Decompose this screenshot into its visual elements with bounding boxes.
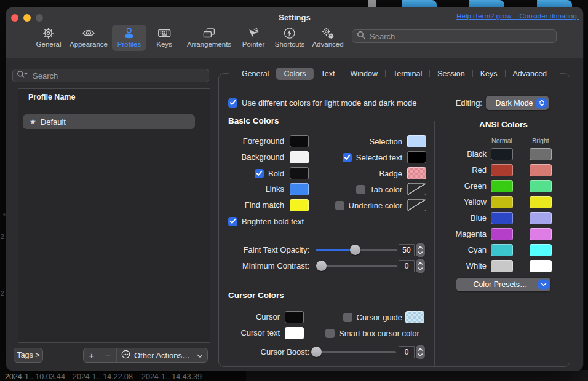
cursor-text-label: Cursor text <box>219 327 280 339</box>
underline-color-checkbox[interactable] <box>335 201 344 210</box>
ansi-green-bright-well[interactable] <box>530 180 552 192</box>
profile-name-label: Default <box>41 117 66 127</box>
add-profile-button[interactable]: + <box>84 348 100 362</box>
tab-keys[interactable]: Keys <box>473 68 505 80</box>
tab-session[interactable]: Session <box>430 68 472 80</box>
ansi-magenta-normal-well[interactable] <box>491 228 513 240</box>
profile-row-default[interactable]: ★ Default <box>23 114 195 129</box>
donate-link[interactable]: Help iTerm2 grow – Consider donating. <box>456 12 579 20</box>
tab-window[interactable]: Window <box>343 68 384 80</box>
faint-opacity-value[interactable] <box>399 244 415 256</box>
find-match-color-well[interactable] <box>290 199 309 211</box>
ansi-cyan-bright-well[interactable] <box>530 244 552 256</box>
tab-terminal[interactable]: Terminal <box>386 68 429 80</box>
ansi-red-bright-well[interactable] <box>530 164 552 176</box>
ansi-blue-bright-well[interactable] <box>530 212 552 224</box>
cursor-text-color-well[interactable] <box>285 327 304 339</box>
tab-colors[interactable]: Colors <box>276 68 313 80</box>
cursor-boost-stepper[interactable] <box>416 345 425 359</box>
separate-colors-checkbox[interactable] <box>228 98 237 108</box>
toolbar-item-keys[interactable]: Keys <box>151 25 178 51</box>
toolbar-item-profiles[interactable]: Profiles <box>112 25 146 51</box>
cursor-boost-value[interactable] <box>399 346 415 358</box>
brighten-bold-label: Brighten bold text <box>242 217 304 226</box>
bolt-circle-icon <box>283 26 296 40</box>
cursor-label: Cursor <box>219 311 280 323</box>
other-actions-button[interactable]: Other Actions… <box>117 348 207 362</box>
tab-color-row: Tab color <box>311 183 402 195</box>
smart-box-cursor-checkbox[interactable] <box>325 329 335 338</box>
cursor-guide-checkbox[interactable] <box>343 313 352 322</box>
cursor-boost-slider[interactable] <box>311 351 396 353</box>
ansi-white-normal-well[interactable] <box>491 260 513 272</box>
ansi-yellow-bright-well[interactable] <box>530 196 552 208</box>
column-divider[interactable] <box>194 92 194 103</box>
toolbar-item-pointer[interactable]: Pointer <box>237 25 270 51</box>
toolbar-item-appearance[interactable]: Appearance <box>64 25 113 51</box>
bold-row: Bold <box>219 167 284 179</box>
search-icon <box>357 31 365 42</box>
toolbar-item-label: Keys <box>156 41 172 49</box>
toolbar-item-label: General <box>36 41 62 49</box>
profile-actions-segmented-control: + − Other Actions… <box>83 348 208 363</box>
desktop-file-label: 2024-1.. 14.22.08 <box>73 372 133 381</box>
cursor-boost-slider-thumb[interactable] <box>311 347 322 357</box>
cursor-guide-color-well[interactable] <box>405 311 424 323</box>
toolbar-search-field[interactable] <box>352 29 557 43</box>
ansi-black-bright-well[interactable] <box>530 148 552 160</box>
badge-label: Badge <box>379 169 402 178</box>
profile-search-field[interactable] <box>12 69 209 82</box>
minimum-contrast-slider[interactable] <box>316 265 397 267</box>
desktop-file-label: 2024-1.. 10.03.44 <box>5 372 65 381</box>
chevron-up-down-icon <box>536 98 547 108</box>
bold-label: Bold <box>268 169 284 178</box>
windows-icon <box>202 26 217 40</box>
minimum-contrast-value[interactable] <box>399 260 415 272</box>
background-color-well[interactable] <box>290 151 309 163</box>
links-color-well[interactable] <box>290 183 309 195</box>
ansi-white-bright-well[interactable] <box>530 260 552 272</box>
ansi-black-normal-well[interactable] <box>491 148 513 160</box>
profile-list-header[interactable]: Profile Name <box>18 89 210 106</box>
eye-icon <box>81 26 96 40</box>
selected-text-checkbox[interactable] <box>343 153 352 162</box>
toolbar-item-label: Profiles <box>117 41 141 49</box>
toolbar-item-advanced[interactable]: Advanced <box>306 25 349 51</box>
faint-opacity-slider-thumb[interactable] <box>350 245 360 255</box>
selected-text-row: Selected text <box>311 151 402 163</box>
tags-button[interactable]: Tags > <box>14 348 43 363</box>
pointer-icon <box>247 26 260 40</box>
cursor-color-well[interactable] <box>285 311 304 323</box>
ansi-red-normal-well[interactable] <box>491 164 513 176</box>
remove-profile-button[interactable]: − <box>100 348 117 362</box>
ansi-magenta-bright-well[interactable] <box>530 228 552 240</box>
tab-color-checkbox[interactable] <box>356 185 365 194</box>
ansi-blue-normal-well[interactable] <box>491 212 513 224</box>
foreground-color-well[interactable] <box>290 135 309 147</box>
desktop-partial-label: 2 <box>1 290 4 297</box>
ansi-normal-header: Normal <box>491 135 513 147</box>
minimum-contrast-slider-thumb[interactable] <box>316 261 327 271</box>
color-presets-popup[interactable]: Color Presets… <box>456 278 550 291</box>
bold-checkbox[interactable] <box>255 169 264 178</box>
tab-advanced[interactable]: Advanced <box>505 68 554 80</box>
profile-search-input[interactable] <box>31 71 205 81</box>
tab-text[interactable]: Text <box>314 68 343 80</box>
toolbar-item-general[interactable]: General <box>31 25 67 51</box>
toolbar-item-shortcuts[interactable]: Shortcuts <box>269 25 311 51</box>
star-icon: ★ <box>30 117 36 126</box>
toolbar-search-input[interactable] <box>368 31 552 42</box>
toolbar-item-label: Arrangements <box>187 41 231 49</box>
ansi-cyan-normal-well[interactable] <box>491 244 513 256</box>
tab-general[interactable]: General <box>234 68 276 80</box>
circled-ellipsis-icon <box>121 350 130 361</box>
faint-opacity-label: Faint Text Opacity: <box>219 244 309 256</box>
ansi-yellow-normal-well[interactable] <box>491 196 513 208</box>
editing-mode-popup[interactable]: Dark Mode <box>486 96 549 110</box>
desktop-partial-label: 2 <box>1 234 4 240</box>
brighten-bold-checkbox[interactable] <box>228 217 237 226</box>
ansi-green-normal-well[interactable] <box>491 180 513 192</box>
toolbar-item-arrangements[interactable]: Arrangements <box>181 25 237 51</box>
selection-color-well[interactable] <box>407 135 426 147</box>
bold-color-well[interactable] <box>290 167 309 179</box>
